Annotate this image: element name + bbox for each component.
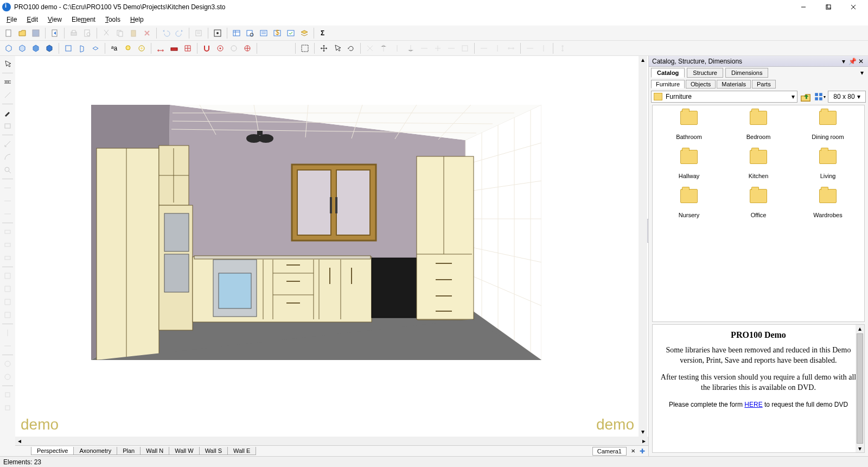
snap-endpoint-icon[interactable]: [214, 42, 227, 55]
t15-icon[interactable]: [2, 389, 14, 401]
snap-center-icon[interactable]: [227, 42, 240, 55]
menu-file[interactable]: File: [2, 15, 21, 24]
view-front-icon[interactable]: [62, 42, 75, 55]
viewport-3d[interactable]: demo demo ▴ ▾: [15, 56, 648, 437]
t14-icon[interactable]: [2, 371, 14, 383]
catalog-folder-living[interactable]: Living: [795, 150, 861, 179]
move-tool-icon[interactable]: [317, 42, 330, 55]
light-spot-icon[interactable]: [135, 42, 148, 55]
rotate-tool-icon[interactable]: [344, 42, 358, 55]
subtab-furniture[interactable]: Furniture: [651, 80, 685, 89]
menu-element[interactable]: Element: [67, 15, 100, 24]
minimize-button[interactable]: [791, 0, 816, 14]
catalog-folder-hallway[interactable]: Hallway: [656, 150, 722, 179]
save-file-icon[interactable]: [29, 27, 42, 40]
t10-icon[interactable]: [2, 309, 14, 321]
camera-close-icon[interactable]: ✕: [631, 448, 635, 454]
menu-tools[interactable]: Tools: [101, 15, 125, 24]
t3-icon[interactable]: [2, 208, 14, 220]
view-tab-axonometry[interactable]: Axonometry: [73, 447, 117, 455]
menu-help[interactable]: Help: [126, 15, 148, 24]
maximize-button[interactable]: [816, 0, 841, 14]
folder-up-icon[interactable]: [800, 91, 812, 103]
t2-icon[interactable]: [2, 195, 14, 207]
view-solid-icon[interactable]: [29, 42, 42, 55]
t13-icon[interactable]: [2, 358, 14, 370]
catalog-folder-wardrobes[interactable]: Wardrobes: [795, 189, 861, 218]
cursor-tool-icon[interactable]: [331, 42, 344, 55]
copy-icon[interactable]: [113, 27, 126, 40]
t5-icon[interactable]: [2, 239, 14, 251]
h-scrollbar[interactable]: ◂▸: [15, 437, 648, 445]
t12-icon[interactable]: [2, 340, 14, 352]
panel-tab-catalog[interactable]: Catalog: [651, 68, 685, 78]
t16-icon[interactable]: [2, 402, 14, 414]
zoom-tool-icon[interactable]: [2, 164, 14, 176]
view-wireframe-icon[interactable]: [2, 42, 15, 55]
demo-link[interactable]: HERE: [744, 401, 762, 408]
panel-pin-icon[interactable]: 📌: [848, 58, 856, 65]
panel-tab-dimensions[interactable]: Dimensions: [725, 68, 768, 78]
thumbnail-size-select[interactable]: 80 x 80▾: [828, 91, 866, 103]
view-tab-wall-n[interactable]: Wall N: [140, 447, 169, 455]
view-tab-wall-s[interactable]: Wall S: [199, 447, 228, 455]
catalog-folder-dining-room[interactable]: Dining room: [795, 111, 861, 140]
view-shaded-icon[interactable]: [43, 42, 56, 55]
snap-magnet-icon[interactable]: [200, 42, 213, 55]
select-all-icon[interactable]: [298, 42, 311, 55]
report-layers-icon[interactable]: [298, 27, 311, 40]
subtab-materials[interactable]: Materials: [717, 80, 751, 89]
t1-icon[interactable]: [2, 182, 14, 194]
panel-tabs-dropdown-icon[interactable]: ▾: [858, 69, 866, 77]
view-top-icon[interactable]: [89, 42, 102, 55]
v-scrollbar[interactable]: ▴ ▾: [639, 56, 647, 437]
demo-scrollbar[interactable]: ▴▾: [856, 325, 864, 452]
properties-icon[interactable]: [192, 27, 205, 40]
report-zoom-icon[interactable]: [244, 27, 257, 40]
folder-select[interactable]: Furniture ▾: [651, 91, 797, 103]
t4-icon[interactable]: [2, 226, 14, 238]
subtab-parts[interactable]: Parts: [752, 80, 776, 89]
print-icon[interactable]: [67, 27, 80, 40]
view-tab-wall-e[interactable]: Wall E: [227, 447, 256, 455]
catalog-folder-bathroom[interactable]: Bathroom: [656, 111, 722, 140]
line-tool-icon[interactable]: [2, 89, 14, 101]
view-tab-plan[interactable]: Plan: [117, 447, 141, 455]
menu-view[interactable]: View: [43, 15, 66, 24]
rect-tool-icon[interactable]: [2, 120, 14, 132]
t11-icon[interactable]: [2, 327, 14, 339]
view-hidden-icon[interactable]: [16, 42, 29, 55]
panel-dropdown-icon[interactable]: ▾: [840, 58, 847, 65]
report-table-icon[interactable]: [230, 27, 243, 40]
view-tab-perspective[interactable]: Perspective: [31, 447, 74, 455]
measure-tool-icon[interactable]: [2, 138, 14, 150]
panel-collapse-grip[interactable]: [647, 219, 648, 243]
catalog-folder-nursery[interactable]: Nursery: [656, 189, 722, 218]
wall-tool-icon[interactable]: [2, 76, 14, 88]
dimension-hv-icon[interactable]: [154, 42, 167, 55]
t9-icon[interactable]: [2, 296, 14, 308]
subtab-objects[interactable]: Objects: [686, 80, 716, 89]
catalog-folder-office[interactable]: Office: [725, 189, 792, 218]
snap-target-icon[interactable]: [241, 42, 254, 55]
report-check-icon[interactable]: [284, 27, 297, 40]
print-preview-icon[interactable]: [81, 27, 94, 40]
catalog-folder-kitchen[interactable]: Kitchen: [725, 150, 792, 179]
undo-icon[interactable]: [159, 27, 173, 40]
view-side-icon[interactable]: [75, 42, 88, 55]
light-bulb-icon[interactable]: [122, 42, 135, 55]
sigma-icon[interactable]: Σ: [317, 27, 330, 40]
cut-icon[interactable]: [100, 27, 113, 40]
close-button[interactable]: [841, 0, 866, 14]
focus-icon[interactable]: [211, 27, 224, 40]
dimension-bed-icon[interactable]: [168, 42, 181, 55]
camera-tab[interactable]: Camera1: [592, 447, 627, 456]
grid-icon[interactable]: [181, 42, 194, 55]
export-icon[interactable]: [48, 27, 61, 40]
t8-icon[interactable]: [2, 283, 14, 295]
pointer-tool-icon[interactable]: [2, 58, 14, 70]
t6-icon[interactable]: [2, 252, 14, 264]
report-cost-icon[interactable]: $: [271, 27, 284, 40]
open-file-icon[interactable]: [16, 27, 29, 40]
t7-icon[interactable]: [2, 270, 14, 282]
